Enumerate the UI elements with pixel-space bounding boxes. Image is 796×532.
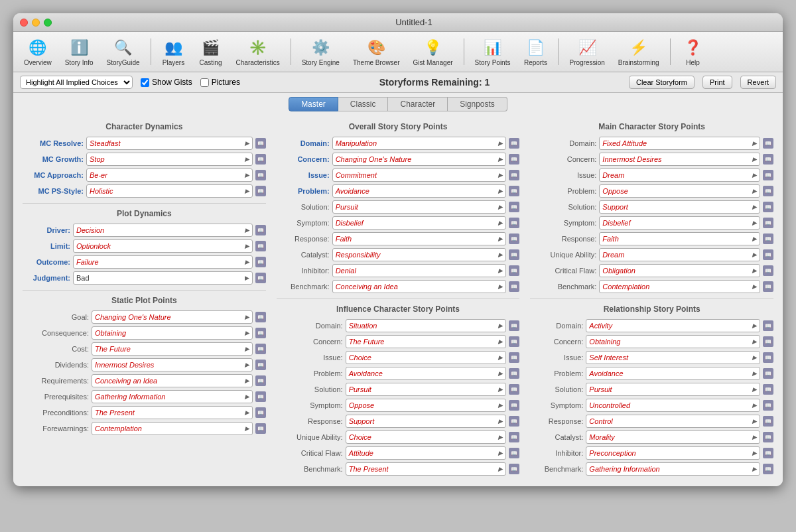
field-select[interactable]: Responsibility▶	[332, 248, 507, 261]
field-select[interactable]: Be-er▶	[86, 168, 253, 182]
book-icon[interactable]: 📖	[763, 170, 773, 180]
book-icon[interactable]: 📖	[509, 400, 519, 411]
field-select[interactable]: Changing One's Nature▶	[332, 153, 507, 166]
book-icon[interactable]: 📖	[509, 218, 519, 228]
toolbar-overview[interactable]: 🌐 Overview	[19, 34, 57, 69]
field-select[interactable]: Attitude▶	[346, 446, 507, 460]
field-select[interactable]: The Present▶	[92, 406, 253, 419]
book-icon[interactable]: 📖	[255, 423, 266, 434]
field-select[interactable]: Obligation▶	[599, 264, 760, 277]
book-icon[interactable]: 📖	[509, 186, 519, 196]
book-icon[interactable]: 📖	[509, 320, 519, 331]
book-icon[interactable]: 📖	[763, 233, 773, 244]
tab-signposts[interactable]: Signposts	[448, 97, 507, 111]
field-select[interactable]: Contemplation▶	[599, 280, 760, 293]
book-icon[interactable]: 📖	[509, 249, 519, 260]
book-icon[interactable]: 📖	[255, 170, 266, 180]
book-icon[interactable]: 📖	[255, 273, 266, 283]
field-select[interactable]: Denial▶	[332, 264, 507, 277]
field-select[interactable]: Manipulation▶	[332, 137, 507, 150]
book-icon[interactable]: 📖	[763, 154, 773, 165]
book-icon[interactable]: 📖	[763, 138, 773, 149]
field-select[interactable]: Pursuit▶	[332, 200, 507, 214]
field-select[interactable]: Faith▶	[599, 232, 760, 245]
book-icon[interactable]: 📖	[763, 249, 773, 260]
toolbar-characteristics[interactable]: ✳️ Characteristics	[231, 34, 285, 69]
field-select[interactable]: Gathering Information▶	[92, 390, 253, 403]
book-icon[interactable]: 📖	[509, 416, 519, 427]
book-icon[interactable]: 📖	[509, 352, 519, 363]
book-icon[interactable]: 📖	[255, 407, 266, 418]
field-select[interactable]: Situation▶	[346, 319, 507, 332]
book-icon[interactable]: 📖	[509, 154, 519, 165]
field-select[interactable]: Innermost Desires▶	[599, 153, 760, 166]
field-select[interactable]: Failure▶	[73, 255, 253, 269]
book-icon[interactable]: 📖	[255, 328, 266, 338]
field-select[interactable]: Avoidance▶	[586, 367, 760, 380]
book-icon[interactable]: 📖	[255, 241, 266, 251]
maximize-button[interactable]	[44, 19, 52, 27]
minimize-button[interactable]	[32, 19, 40, 27]
toolbar-story-engine[interactable]: ⚙️ Story Engine	[297, 34, 345, 69]
field-select[interactable]: Self Interest▶	[586, 351, 760, 364]
field-select[interactable]: Disbelief▶	[332, 216, 507, 230]
book-icon[interactable]: 📖	[255, 257, 266, 267]
book-icon[interactable]: 📖	[763, 202, 773, 212]
field-select[interactable]: Dream▶	[599, 168, 760, 182]
field-select[interactable]: Fixed Attitude▶	[599, 137, 760, 150]
toolbar-theme-browser[interactable]: 🎨 Theme Browser	[348, 34, 405, 69]
book-icon[interactable]: 📖	[255, 344, 266, 354]
book-icon[interactable]: 📖	[509, 281, 519, 292]
book-icon[interactable]: 📖	[763, 384, 773, 395]
field-select[interactable]: Gathering Information▶	[586, 462, 760, 476]
book-icon[interactable]: 📖	[255, 391, 266, 402]
toolbar-gist-manager[interactable]: 💡 Gist Manager	[408, 34, 458, 69]
book-icon[interactable]: 📖	[509, 384, 519, 395]
toolbar-players[interactable]: 👥 Players	[157, 34, 191, 69]
close-button[interactable]	[20, 19, 28, 27]
toolbar-story-guide[interactable]: 🔍 StoryGuide	[101, 34, 145, 69]
book-icon[interactable]: 📖	[763, 186, 773, 196]
book-icon[interactable]: 📖	[509, 448, 519, 458]
book-icon[interactable]: 📖	[509, 233, 519, 244]
field-select[interactable]: Choice▶	[346, 431, 507, 444]
field-select[interactable]: Steadfast▶	[86, 137, 253, 150]
book-icon[interactable]: 📖	[255, 375, 266, 386]
toolbar-story-info[interactable]: ℹ️ Story Info	[60, 34, 99, 69]
book-icon[interactable]: 📖	[509, 464, 519, 474]
book-icon[interactable]: 📖	[509, 368, 519, 379]
toolbar-casting[interactable]: 🎬 Casting	[194, 34, 228, 69]
book-icon[interactable]: 📖	[763, 218, 773, 228]
field-select[interactable]: Disbelief▶	[599, 216, 760, 230]
field-select[interactable]: Stop▶	[86, 153, 253, 166]
book-icon[interactable]: 📖	[255, 360, 266, 370]
highlight-dropdown[interactable]: Highlight All Implied Choices	[20, 76, 133, 89]
tab-master[interactable]: Master	[289, 97, 338, 111]
field-select[interactable]: Oppose▶	[599, 184, 760, 198]
field-select[interactable]: Obtaining▶	[92, 326, 253, 340]
field-select[interactable]: Innermost Desires▶	[92, 358, 253, 371]
book-icon[interactable]: 📖	[763, 368, 773, 379]
field-select[interactable]: Pursuit▶	[586, 383, 760, 396]
field-select[interactable]: Choice▶	[346, 351, 507, 364]
book-icon[interactable]: 📖	[509, 336, 519, 347]
book-icon[interactable]: 📖	[763, 400, 773, 411]
clear-storyform-button[interactable]: Clear Storyform	[629, 76, 695, 89]
tab-character[interactable]: Character	[388, 97, 448, 111]
revert-button[interactable]: Revert	[740, 76, 776, 89]
toolbar-story-points[interactable]: 📊 Story Points	[470, 34, 516, 69]
field-select[interactable]: Activity▶	[586, 319, 760, 332]
book-icon[interactable]: 📖	[255, 312, 266, 322]
pictures-checkbox[interactable]	[200, 78, 209, 87]
book-icon[interactable]: 📖	[763, 352, 773, 363]
book-icon[interactable]: 📖	[763, 320, 773, 331]
toolbar-brainstorming[interactable]: ⚡ Brainstorming	[613, 34, 665, 69]
field-select[interactable]: Faith▶	[332, 232, 507, 245]
field-select[interactable]: Oppose▶	[346, 399, 507, 412]
field-select[interactable]: Obtaining▶	[586, 335, 760, 348]
book-icon[interactable]: 📖	[255, 138, 266, 149]
field-select[interactable]: The Future▶	[92, 342, 253, 356]
field-select[interactable]: The Present▶	[346, 462, 507, 476]
toolbar-reports[interactable]: 📄 Reports	[518, 34, 553, 69]
book-icon[interactable]: 📖	[509, 170, 519, 180]
